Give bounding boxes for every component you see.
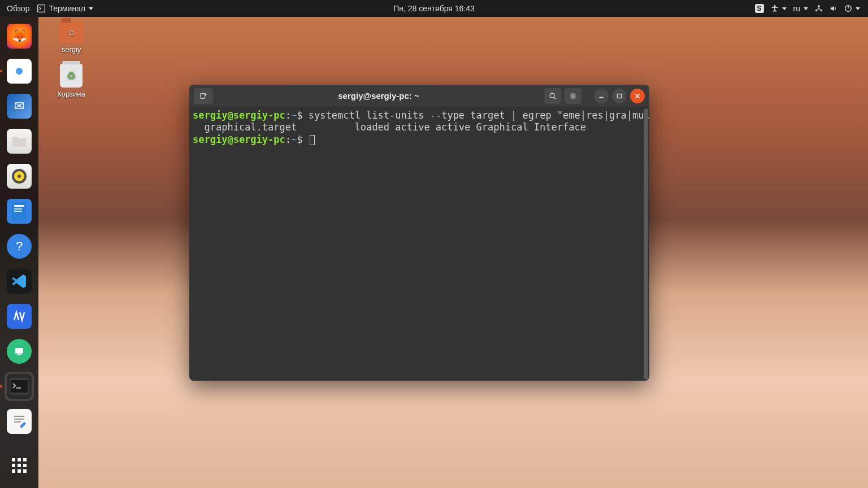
cursor (310, 135, 315, 145)
dock-terminal[interactable] (5, 372, 34, 401)
svg-line-31 (554, 97, 556, 99)
window-title: sergiy@sergiy-pc: ~ (216, 91, 541, 101)
accessibility-icon (771, 5, 779, 12)
desktop-trash-label: Корзина (49, 90, 94, 98)
terminal-scrollbar[interactable] (644, 108, 648, 380)
tray-power[interactable] (844, 5, 860, 12)
dock-writer[interactable] (5, 197, 34, 226)
folder-icon: ⌂ (59, 21, 84, 43)
svg-rect-26 (14, 416, 24, 417)
desktop-home-folder[interactable]: ⌂ sergiy (49, 21, 94, 54)
dock-firefox[interactable]: 🦊 (5, 21, 34, 51)
desktop-home-label: sergiy (49, 45, 94, 54)
search-button[interactable] (544, 88, 561, 104)
chevron-down-icon (782, 7, 787, 10)
svg-point-3 (818, 5, 820, 7)
tray-network[interactable] (815, 5, 823, 12)
app-menu[interactable]: Терминал (37, 4, 93, 13)
terminal-app-icon (7, 374, 32, 399)
menu-button[interactable] (565, 88, 581, 104)
dock-help[interactable]: ? (5, 232, 34, 261)
virtualbox-icon (7, 304, 32, 329)
network-icon (815, 5, 823, 12)
dock: 🦊 ✉ ? (0, 17, 38, 488)
prompt-path: ~ (291, 110, 297, 121)
chevron-down-icon (804, 7, 808, 10)
prompt-user: sergiy@sergiy-pc (193, 110, 285, 121)
activities-button[interactable]: Обзор (7, 4, 29, 13)
clock[interactable]: Пн, 28 сентября 16:43 (393, 4, 475, 13)
close-icon (633, 92, 641, 100)
volume-icon (830, 5, 837, 12)
svg-point-2 (774, 5, 776, 7)
hamburger-icon (569, 92, 577, 100)
terminal-window: sergiy@sergiy-pc: ~ sergiy@sergiy-pc:~$ … (189, 85, 649, 381)
prompt-end: $ (297, 110, 302, 121)
window-titlebar[interactable]: sergiy@sergiy-pc: ~ (189, 85, 649, 107)
remmina-icon (7, 339, 32, 364)
recycle-icon: ♻ (60, 64, 83, 88)
terminal-icon (37, 5, 45, 12)
dock-thunderbird[interactable]: ✉ (5, 91, 34, 121)
power-icon (844, 5, 852, 12)
tray-volume[interactable] (830, 5, 837, 12)
dock-chromium[interactable] (5, 56, 34, 86)
prompt-path-2: ~ (291, 134, 297, 145)
close-button[interactable] (630, 89, 645, 103)
apps-grid-icon (12, 458, 27, 473)
svg-rect-36 (618, 94, 622, 98)
minimize-icon (597, 92, 605, 100)
show-applications-button[interactable] (5, 451, 34, 480)
new-tab-icon (199, 92, 207, 100)
tray-keyboard-layout[interactable]: ru (793, 4, 808, 13)
terminal-content[interactable]: sergiy@sergiy-pc:~$ systemctl list-units… (189, 107, 649, 381)
clock-text: Пн, 28 сентября 16:43 (393, 4, 475, 13)
tray-accessibility[interactable] (771, 5, 787, 12)
chromium-icon (7, 59, 32, 84)
svg-point-13 (18, 175, 21, 178)
activities-label: Обзор (7, 4, 29, 13)
svg-rect-16 (14, 208, 22, 210)
maximize-button[interactable] (612, 89, 627, 103)
firefox-icon: 🦊 (7, 24, 32, 49)
new-tab-button[interactable] (194, 88, 213, 104)
prompt-user-2: sergiy@sergiy-pc (193, 134, 285, 145)
minimize-button[interactable] (594, 89, 609, 103)
home-icon: ⌂ (59, 21, 84, 43)
svg-rect-28 (14, 421, 21, 422)
top-panel: Обзор Терминал Пн, 28 сентября 16:43 S r… (0, 0, 868, 17)
svg-rect-17 (14, 211, 22, 212)
svg-rect-27 (14, 419, 24, 420)
command-1: systemctl list-units --type target | egr… (309, 110, 649, 121)
search-icon (549, 92, 557, 100)
app-menu-label: Терминал (49, 4, 85, 13)
dock-remmina[interactable] (5, 337, 34, 366)
chevron-down-icon (89, 7, 93, 10)
chevron-down-icon (856, 7, 860, 10)
dock-files[interactable] (5, 127, 34, 156)
svg-point-30 (550, 93, 554, 98)
svg-rect-15 (14, 205, 24, 207)
gedit-icon (7, 409, 32, 434)
trash-icon: ♻ (60, 64, 83, 88)
output-1: graphical.target loaded active active Gr… (193, 121, 586, 133)
svg-rect-18 (12, 309, 27, 324)
dock-vscode[interactable] (5, 267, 34, 296)
keyboard-layout-label: ru (793, 4, 800, 13)
dock-rhythmbox[interactable] (5, 162, 34, 191)
skype-icon: S (755, 4, 764, 13)
prompt-sep: : (285, 110, 291, 121)
maximize-icon (615, 92, 623, 100)
svg-rect-23 (11, 380, 28, 393)
desktop-icons: ⌂ sergiy ♻ Корзина (49, 21, 94, 98)
svg-rect-21 (18, 354, 21, 355)
tray-skype[interactable]: S (755, 4, 764, 13)
desktop-trash[interactable]: ♻ Корзина (49, 64, 94, 98)
dock-gedit[interactable] (5, 407, 34, 436)
help-icon: ? (7, 234, 32, 259)
dock-virtualbox[interactable] (5, 302, 34, 331)
thunderbird-icon: ✉ (7, 94, 32, 119)
writer-icon (7, 199, 32, 224)
files-icon (7, 129, 32, 154)
svg-rect-20 (15, 348, 23, 354)
